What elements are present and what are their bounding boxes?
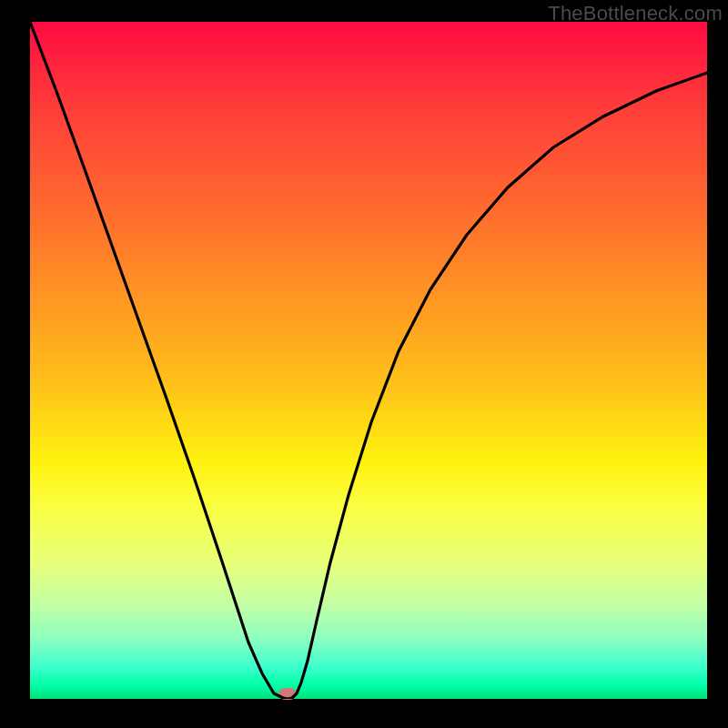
plot-area bbox=[30, 22, 707, 699]
watermark-text: TheBottleneck.com bbox=[548, 2, 723, 25]
chart-frame: TheBottleneck.com bbox=[0, 0, 728, 728]
bottleneck-curve-path bbox=[30, 22, 707, 699]
curve-svg bbox=[30, 22, 707, 699]
